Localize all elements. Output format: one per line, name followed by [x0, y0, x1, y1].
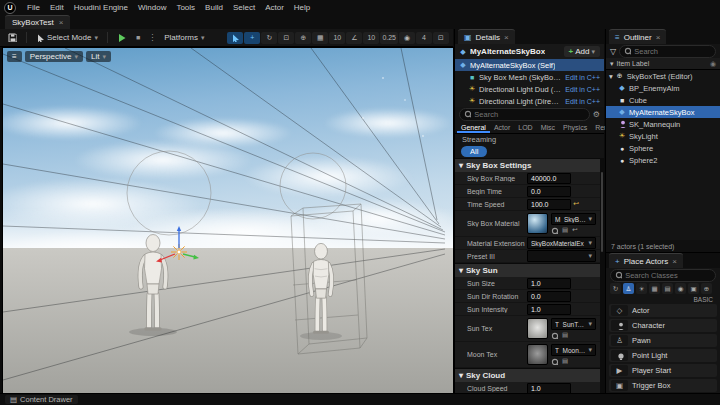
place-actor-item-point-light[interactable]: Point Light [609, 349, 717, 362]
play-options-kebab[interactable]: ⋮ [146, 33, 158, 42]
tab-level-skyboxtest[interactable]: SkyBoxTest × [5, 15, 70, 29]
browse-icon[interactable] [551, 358, 558, 365]
outliner-row-sphere2[interactable]: ● Sphere2 [606, 154, 720, 166]
place-actor-item-pawn[interactable]: ♙ Pawn [609, 334, 717, 347]
place-actor-item-player-start[interactable]: ▶ Player Start [609, 364, 717, 377]
component-row-self[interactable]: ◆ MyAlternateSkyBox (Self) [455, 59, 604, 71]
menu-tools[interactable]: Tools [171, 3, 200, 12]
viewport-options-menu[interactable]: ≡ [7, 51, 22, 62]
tab-place-actors[interactable]: + Place Actors × [609, 253, 683, 268]
grid-snap-value[interactable]: 10 [329, 32, 345, 44]
category-cinematic-icon[interactable]: ▤ [662, 283, 673, 294]
details-scrollbar[interactable] [600, 158, 604, 394]
sun-texture-dropdown[interactable]: T_SunTexture ▾ [551, 318, 596, 330]
scale-snap-value[interactable]: 0.25 [380, 32, 398, 44]
category-recent-icon[interactable]: ↻ [610, 283, 621, 294]
add-component-button[interactable]: + Add ▾ [564, 46, 600, 57]
select-tool-button[interactable] [227, 32, 243, 44]
moon-texture-thumbnail[interactable] [527, 344, 548, 365]
menu-houdini-engine[interactable]: Houdini Engine [69, 3, 133, 12]
menu-file[interactable]: File [22, 3, 45, 12]
sun-size-field[interactable]: 1.0 [527, 278, 571, 289]
stop-button[interactable]: ■ [132, 32, 144, 43]
scrollbar-thumb[interactable] [601, 172, 603, 252]
type-column-icon[interactable]: ◉ [710, 60, 716, 68]
rotation-snap-icon[interactable]: ∠ [346, 32, 362, 44]
begin-time-field[interactable]: 0.0 [527, 186, 571, 197]
save-button[interactable] [4, 31, 21, 44]
sky-box-range-field[interactable]: 40000.0 [527, 173, 571, 184]
outliner-row-myalternateskybox[interactable]: ◆ MyAlternateSkyBox [606, 106, 720, 118]
tab-actor[interactable]: Actor [490, 121, 514, 133]
menu-help[interactable]: Help [289, 3, 315, 12]
category-all-icon[interactable]: ⊕ [701, 283, 712, 294]
tab-close-icon[interactable]: × [504, 33, 509, 42]
menu-edit[interactable]: Edit [45, 3, 69, 12]
outliner-row-level[interactable]: ▾ ⊕ SkyBoxTest (Editor) [606, 70, 720, 82]
camera-mode-dropdown[interactable]: Perspective ▾ [25, 51, 83, 62]
category-lights-icon[interactable]: ☀ [636, 283, 647, 294]
browse-icon[interactable] [551, 332, 558, 339]
menu-window[interactable]: Window [133, 3, 171, 12]
platforms-dropdown[interactable]: Platforms ▾ [160, 31, 208, 44]
outliner-search-input[interactable] [634, 47, 711, 56]
tab-details[interactable]: ▣ Details × [458, 29, 515, 44]
view-mode-dropdown[interactable]: Lit ▾ [86, 51, 111, 62]
preset-dropdown[interactable]: ▾ [527, 250, 596, 262]
sun-intensity-field[interactable]: 1.0 [527, 304, 571, 315]
category-basic-icon[interactable]: ♙ [623, 283, 634, 294]
reset-icon[interactable]: ↩ [572, 226, 577, 234]
material-dropdown[interactable]: M_SkyBox_Mate ▾ [551, 213, 596, 225]
category-shapes-icon[interactable]: ▦ [649, 283, 660, 294]
streaming-filter[interactable]: Streaming [455, 134, 604, 145]
skybox-sphere-right[interactable] [280, 153, 346, 219]
tab-general[interactable]: General [457, 121, 490, 133]
tab-close-icon[interactable]: × [59, 18, 64, 27]
section-sky-sun[interactable]: ▾ Sky Sun [455, 263, 604, 277]
place-actor-item-actor[interactable]: ◇ Actor [609, 304, 717, 317]
mannequin-right[interactable] [310, 243, 332, 332]
tab-lod[interactable]: LOD [514, 121, 536, 133]
sun-dir-rotation-field[interactable]: 0.0 [527, 291, 571, 302]
cloud-speed-field[interactable]: 1.0 [527, 383, 571, 394]
filter-funnel-icon[interactable]: ▽ [610, 47, 616, 56]
outliner-row-cube[interactable]: ■ Cube [606, 94, 720, 106]
mannequin-left[interactable] [140, 235, 166, 330]
rotate-tool-button[interactable]: ↻ [261, 32, 277, 44]
material-extension-dropdown[interactable]: SkyBoxMaterialEx ▾ [527, 237, 596, 249]
place-actor-item-trigger-box[interactable]: ▣ Trigger Box [609, 379, 717, 392]
folder-icon[interactable]: ▤ [562, 331, 568, 339]
scale-tool-button[interactable]: ⊡ [278, 32, 294, 44]
all-filter-pill[interactable]: All [461, 146, 487, 157]
folder-icon[interactable]: ▤ [562, 226, 568, 234]
select-mode-dropdown[interactable]: Select Mode ▾ [32, 31, 102, 44]
sun-texture-thumbnail[interactable] [527, 318, 548, 339]
level-viewport[interactable]: ≡ Perspective ▾ Lit ▾ [2, 47, 454, 395]
move-tool-button[interactable]: + [244, 32, 260, 44]
place-actors-search-input[interactable] [625, 271, 711, 280]
tab-outliner[interactable]: ≡ Outliner × [609, 29, 666, 44]
time-speed-field[interactable]: 100.0 [527, 199, 571, 210]
skybox-sphere-left[interactable] [127, 151, 211, 235]
camera-speed-value[interactable]: 4 [416, 32, 432, 44]
category-effects-icon[interactable]: ◉ [675, 283, 686, 294]
world-space-toggle[interactable]: ⊕ [295, 32, 311, 44]
outliner-row-sk-mannequin[interactable]: SK_Mannequin [606, 118, 720, 130]
outliner-row-skylight[interactable]: ☀ SkyLight [606, 130, 720, 142]
rotation-snap-value[interactable]: 10 [363, 32, 379, 44]
component-row-directional-light-dud[interactable]: ☀ Directional Light Dud (DirectionalLigh… [455, 83, 604, 95]
content-drawer-button[interactable]: ▤ Content Drawer [5, 395, 78, 404]
details-search-input[interactable] [474, 110, 585, 119]
folder-icon[interactable]: ▤ [562, 357, 568, 365]
tab-close-icon[interactable]: × [656, 33, 661, 42]
maximize-viewport-button[interactable]: ⊡ [433, 32, 449, 44]
details-search-box[interactable] [459, 108, 590, 121]
component-row-directional-light[interactable]: ☀ Directional Light (DirectionalLight) E… [455, 95, 604, 107]
section-sky-cloud[interactable]: ▾ Sky Cloud [455, 368, 604, 382]
menu-build[interactable]: Build [200, 3, 228, 12]
outliner-column-header[interactable]: ▾ Item Label ◉ [606, 58, 720, 70]
menu-actor[interactable]: Actor [260, 3, 289, 12]
play-button[interactable] [113, 31, 130, 44]
material-thumbnail[interactable] [527, 213, 548, 234]
tab-close-icon[interactable]: × [672, 257, 677, 266]
